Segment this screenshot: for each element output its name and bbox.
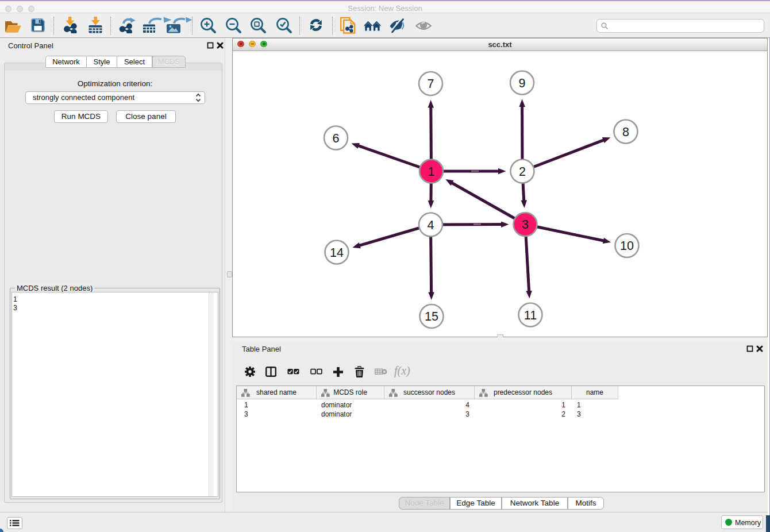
svg-text:10: 10: [620, 239, 634, 253]
svg-text:2: 2: [519, 165, 526, 179]
svg-text:1: 1: [428, 165, 435, 179]
svg-text:6: 6: [333, 132, 340, 145]
svg-text:7: 7: [428, 77, 434, 91]
svg-text:11: 11: [524, 309, 537, 322]
svg-text:3: 3: [522, 218, 529, 232]
svg-text:14: 14: [330, 246, 344, 260]
svg-text:4: 4: [428, 218, 434, 232]
svg-text:9: 9: [519, 76, 526, 90]
svg-text:8: 8: [622, 125, 629, 139]
svg-text:15: 15: [425, 310, 438, 323]
